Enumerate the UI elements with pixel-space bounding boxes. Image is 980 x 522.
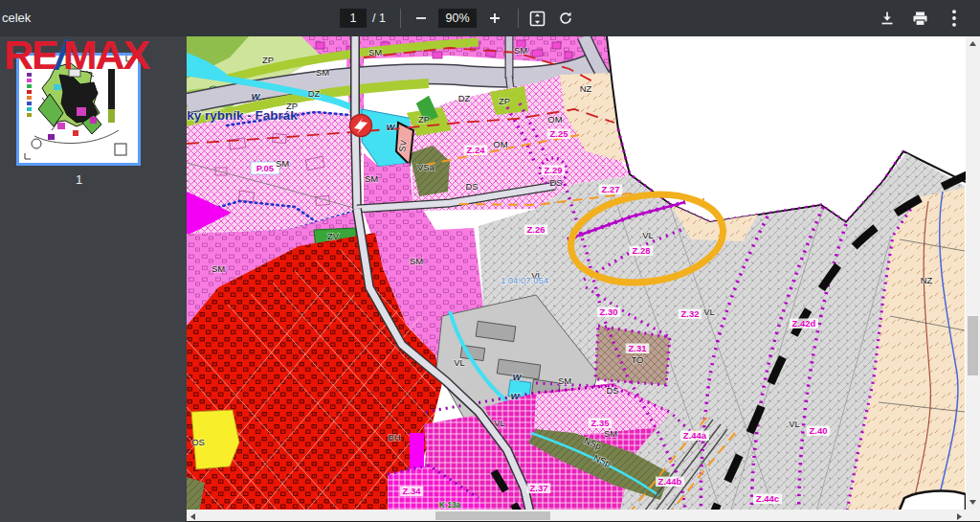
map-label: VL xyxy=(642,230,654,240)
map-label: Z.26 xyxy=(526,224,545,235)
map-label: Z.30 xyxy=(599,306,617,317)
map-label: VSa xyxy=(417,162,435,172)
map-label: DZ xyxy=(458,93,471,103)
map-label: W xyxy=(513,372,523,382)
map-label: SM xyxy=(212,263,225,274)
map-label: SV xyxy=(396,139,409,153)
map-label: Z.44c xyxy=(756,493,779,504)
map-label: 1.04.07.054 xyxy=(501,275,548,285)
map-label: Z.44b xyxy=(658,476,682,487)
zoom-out-button[interactable] xyxy=(407,4,435,33)
map-label: Z.37 xyxy=(529,483,547,493)
page-count: / 1 xyxy=(372,11,386,25)
map-label: NZ xyxy=(580,83,592,94)
map-label: Z.35 xyxy=(590,418,610,428)
map-label: SM xyxy=(514,45,527,56)
map-label: Z.44a xyxy=(683,430,707,441)
map-label: BH xyxy=(388,432,400,443)
map-page[interactable]: P.05Z.24Z.25Z.26Z.27Z.28Z.29Z.30Z.31Z.32… xyxy=(187,36,966,510)
remax-logo: RE/MAX xyxy=(4,34,148,75)
map-label: SM xyxy=(410,256,423,266)
thumbnail-sidebar: 1 RE/MAX xyxy=(0,36,187,522)
map-label: OM xyxy=(547,114,562,125)
map-label: W xyxy=(252,91,261,102)
zoning-map: P.05Z.24Z.25Z.26Z.27Z.28Z.29Z.30Z.31Z.32… xyxy=(187,36,966,510)
zoom-in-button[interactable] xyxy=(480,4,509,33)
map-label: TO xyxy=(631,354,643,365)
map-label: VL xyxy=(454,357,465,368)
map-label: DS xyxy=(465,181,478,192)
toolbar-separator xyxy=(400,9,401,28)
rotate-icon xyxy=(558,11,573,26)
zoom-level[interactable]: 90% xyxy=(438,9,477,28)
map-label: Z.32 xyxy=(680,308,699,319)
map-label: Z.27 xyxy=(601,184,619,194)
map-label: Z.24 xyxy=(466,145,485,155)
map-label: Z.31 xyxy=(628,343,647,353)
map-label: ký rybník - Fabrák xyxy=(187,108,298,123)
map-label: OM xyxy=(493,139,507,149)
document-title: celek xyxy=(2,11,31,25)
map-label: ZV xyxy=(327,231,340,241)
pdf-viewer: celek 1 / 1 90% xyxy=(0,0,980,522)
download-icon xyxy=(880,11,895,26)
map-label: ZP xyxy=(499,96,510,106)
horizontal-scrollbar-thumb[interactable] xyxy=(435,511,550,520)
map-label: ZP xyxy=(418,114,430,125)
map-label: Z.34 xyxy=(402,486,421,496)
map-label: DS xyxy=(549,177,562,188)
map-label: SM xyxy=(365,173,378,184)
map-label: SM xyxy=(368,47,382,57)
pdf-toolbar: celek 1 / 1 90% xyxy=(0,0,980,36)
vertical-scrollbar[interactable] xyxy=(966,36,980,510)
map-label: K 13a xyxy=(439,500,461,510)
map-label: Z.42d xyxy=(792,318,816,329)
print-icon xyxy=(912,11,928,27)
rotate-button[interactable] xyxy=(551,4,580,33)
more-vertical-icon xyxy=(952,10,956,27)
map-label: SM xyxy=(558,375,571,386)
location-marker xyxy=(350,115,372,137)
vertical-scrollbar-arrows xyxy=(966,36,980,510)
map-label: SM xyxy=(604,428,617,439)
map-label: VL xyxy=(789,419,800,429)
map-label: W xyxy=(387,122,396,132)
page-number-input[interactable]: 1 xyxy=(340,9,367,28)
map-label: Z.28 xyxy=(632,245,650,256)
map-label: DZ xyxy=(308,88,321,99)
map-label: NZ xyxy=(921,275,933,285)
map-label: Z.25 xyxy=(549,128,568,139)
map-label: OS xyxy=(191,437,205,447)
fit-page-button[interactable] xyxy=(523,4,551,33)
map-label: SM xyxy=(316,67,329,78)
thumbnail-page-number: 1 xyxy=(0,172,158,187)
download-button[interactable] xyxy=(873,4,902,33)
map-label: VL xyxy=(494,418,505,428)
fit-page-icon xyxy=(529,11,546,27)
more-options-button[interactable] xyxy=(940,4,969,33)
map-label: SM xyxy=(276,158,289,169)
zoom-out-icon xyxy=(414,11,428,25)
zoom-in-icon xyxy=(488,11,501,25)
toolbar-separator xyxy=(518,9,519,28)
map-label: Z.29 xyxy=(544,165,562,175)
map-label: W xyxy=(511,391,521,401)
map-label: Z.40 xyxy=(809,425,827,436)
print-button[interactable] xyxy=(905,4,934,33)
map-label: ZP xyxy=(262,55,274,65)
vertical-scrollbar-thumb[interactable] xyxy=(968,316,978,375)
map-label: DS xyxy=(606,385,618,396)
map-label: P.05 xyxy=(256,163,275,173)
map-label: VL xyxy=(703,306,715,317)
